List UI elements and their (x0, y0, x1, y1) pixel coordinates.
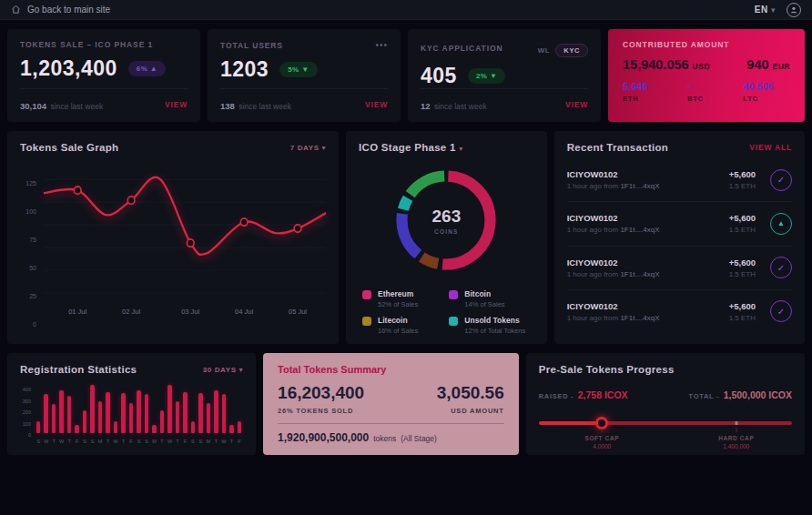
stats-row: TOKENS SALE – ICO PHASE 1 1,203,400 6% ▲… (7, 29, 805, 122)
bar (44, 394, 48, 433)
bar-column (220, 382, 228, 433)
y-tick: 400 (23, 387, 31, 392)
tx-eth-value: 1.5 ETH (729, 226, 756, 234)
transaction-row[interactable]: ICIYOW0102 1 hour ago from 1F1t....4xqX … (567, 289, 792, 333)
bar (59, 390, 64, 433)
y-tick: 300 (23, 399, 31, 404)
y-axis-labels: 4003002001000 (20, 382, 35, 436)
check-icon: ✓ (770, 257, 792, 278)
view-link[interactable]: VIEW (365, 100, 388, 109)
bar (160, 410, 165, 433)
chevron-down-icon[interactable]: ▾ (459, 145, 463, 153)
transaction-row[interactable]: ICIYOW0102 1 hour ago from 1F1t....4xqX … (567, 201, 792, 245)
wl-toggle[interactable]: WL (538, 46, 551, 55)
tx-address: 1F1t....4xqX (620, 226, 659, 234)
x-tick: W (57, 439, 65, 444)
x-tick: F (181, 439, 188, 444)
x-tick: M (150, 439, 157, 444)
x-tick: 05 Jul (289, 308, 307, 316)
language-label: EN (755, 5, 768, 15)
bar-column (96, 382, 104, 433)
bar-column (158, 382, 166, 433)
btc-amount: ~BTC (687, 81, 704, 103)
x-tick: T (119, 439, 127, 444)
x-tick: 03 Jul (181, 308, 199, 316)
back-to-site[interactable]: Go back to main site (11, 5, 110, 15)
line-chart: 1251007550250 01 Jul02 Jul03 Jul04 Jul05… (20, 164, 326, 333)
y-axis-labels: 1251007550250 (20, 164, 44, 333)
tx-amount: +5,600 1.5 ETH (729, 301, 756, 322)
range-dropdown-30days[interactable]: 30 DAYS ▾ (203, 366, 243, 374)
bar-column (197, 382, 204, 433)
bar (106, 392, 110, 433)
stat-label: TOTAL USERS (220, 41, 283, 50)
stat-card-kyc: KYC APPLICATION WLKYC 405 2% ▼ 12 since … (408, 29, 601, 122)
legend-swatch (362, 317, 371, 326)
arrow-down-icon: ▼ (301, 66, 309, 74)
user-avatar[interactable] (787, 3, 801, 17)
panel-ico-stage: ICO Stage Phase 1 ▾ 263 COINS Ethereum52… (346, 131, 547, 344)
view-link[interactable]: VIEW (565, 100, 588, 109)
bar (83, 410, 87, 433)
more-menu-icon[interactable]: ••• (375, 40, 388, 50)
stat-label: KYC APPLICATION (421, 44, 502, 53)
bar-column (228, 382, 235, 433)
topbar-right: EN ▾ (755, 3, 801, 17)
panel-title: Registration Statistics (20, 364, 137, 375)
y-tick: 75 (29, 237, 36, 243)
tx-eth-value: 1.5 ETH (729, 270, 756, 278)
bar (67, 396, 72, 433)
tx-info: ICIYOW0102 1 hour ago from 1F1t....4xqX (567, 169, 729, 190)
tx-address: 1F1t....4xqX (620, 270, 659, 278)
tx-amount-value: +5,600 (729, 213, 756, 223)
delta-value: 30,104 (20, 101, 46, 111)
bar (36, 421, 41, 433)
bar-column (181, 382, 188, 433)
tx-info: ICIYOW0102 1 hour ago from 1F1t....4xqX (567, 213, 729, 234)
total-tokens-suffix: tokens (373, 434, 396, 443)
legend-swatch (449, 317, 458, 326)
bar-column (81, 382, 88, 433)
trend-badge: 5% ▼ (279, 62, 317, 77)
y-tick: 100 (23, 421, 31, 427)
view-all-link[interactable]: VIEW ALL (749, 143, 792, 152)
bar (121, 393, 126, 433)
check-icon: ✓ (770, 169, 792, 191)
donut-legend: Ethereum52% of SalesBitcoin14% of SalesL… (359, 289, 534, 335)
x-axis-labels: SMTWTFSSMTWTFSSMTWTFSSMTWTF (35, 439, 243, 444)
bar-column (135, 382, 142, 433)
stat-card-tokens-sale: TOKENS SALE – ICO PHASE 1 1,203,400 6% ▲… (7, 29, 200, 122)
usd-amount-label: USD AMOUNT (437, 407, 504, 415)
tx-amount: +5,600 1.5 ETH (729, 258, 756, 278)
panel-presale-progress: Pre-Sale Tokens Progress RAISED - 2,758 … (526, 353, 805, 455)
x-axis-labels: 01 Jul02 Jul03 Jul04 Jul05 Jul (44, 306, 326, 318)
range-dropdown-7days[interactable]: 7 DAYS ▾ (290, 144, 326, 152)
bar-column (236, 382, 243, 433)
panel-registration-statistics: Registration Statistics 30 DAYS ▾ 400300… (7, 353, 256, 455)
back-link-label[interactable]: Go back to main site (27, 5, 110, 15)
bar-column (104, 382, 111, 433)
bar (198, 393, 203, 433)
bar-column (73, 382, 80, 433)
bar (167, 385, 172, 433)
eth-amount: 5.646ETH (623, 81, 648, 103)
legend-sub: 12% of Total Tokens (464, 327, 525, 335)
tx-address: 1F1t....4xqX (620, 314, 659, 322)
donut-center-label: COINS (434, 228, 459, 235)
legend-swatch (362, 290, 371, 299)
arrow-up-icon: ▲ (150, 65, 157, 73)
x-tick: M (42, 439, 49, 444)
x-tick: 02 Jul (122, 308, 140, 316)
kyc-toggle[interactable]: KYC (555, 44, 588, 57)
x-tick: S (143, 439, 150, 444)
slider-track[interactable] (539, 421, 792, 425)
topbar: Go back to main site EN ▾ (0, 0, 812, 20)
transaction-row[interactable]: ICIYOW0102 1 hour ago from 1F1t....4xqX … (567, 158, 792, 201)
transaction-row[interactable]: ICIYOW0102 1 hour ago from 1F1t....4xqX … (567, 246, 792, 289)
language-selector[interactable]: EN ▾ (755, 5, 776, 15)
bars (35, 382, 243, 433)
x-tick: W (112, 439, 119, 444)
arrow-down-icon: ▼ (490, 72, 497, 80)
chevron-down-icon: ▾ (321, 144, 326, 152)
view-link[interactable]: VIEW (165, 100, 188, 109)
